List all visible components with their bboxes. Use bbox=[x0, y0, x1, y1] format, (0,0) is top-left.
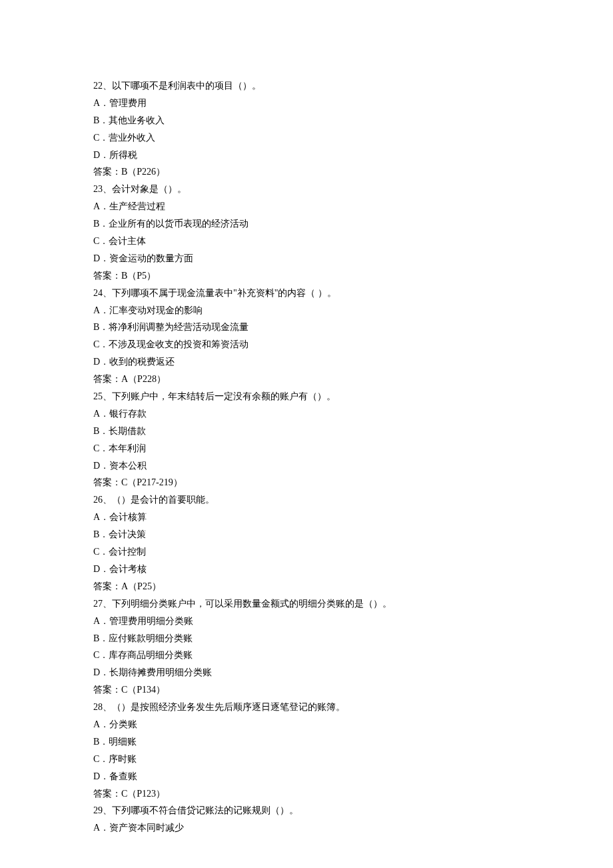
question-answer: 答案：C（P134） bbox=[93, 681, 520, 699]
option-label: C． bbox=[93, 236, 109, 246]
question-stem-text: 、（）是按照经济业务发生先后顺序逐日逐笔登记的账簿。 bbox=[103, 702, 345, 712]
question-option: B．应付账款明细分类账 bbox=[93, 630, 520, 647]
option-text: 管理费用明细分类账 bbox=[109, 616, 193, 626]
option-label: B． bbox=[93, 737, 109, 747]
option-text: 银行存款 bbox=[109, 409, 147, 419]
option-label: D． bbox=[93, 253, 109, 263]
option-text: 备查账 bbox=[109, 771, 137, 781]
option-label: D． bbox=[93, 564, 109, 574]
question-number: 29 bbox=[93, 805, 103, 815]
question-answer: 答案：C（P123） bbox=[93, 785, 520, 803]
option-text: 序时账 bbox=[109, 754, 137, 764]
option-label: B． bbox=[93, 529, 109, 539]
question-stem: 22、以下哪项不是利润表中的项目（）。 bbox=[93, 77, 520, 95]
option-label: D． bbox=[93, 667, 109, 677]
question-answer: 答案：C（P217-219） bbox=[93, 474, 520, 491]
option-text: 应付账款明细分类账 bbox=[109, 633, 193, 643]
question-stem-text: 、下列哪项不符合借贷记账法的记账规则（）。 bbox=[103, 805, 299, 815]
option-label: D． bbox=[93, 461, 109, 471]
question-stem-text: 、下列账户中，年末结转后一定没有余额的账户有（）。 bbox=[103, 391, 336, 401]
option-label: C． bbox=[93, 339, 109, 349]
question-option: B．明细账 bbox=[93, 733, 520, 751]
option-label: A． bbox=[93, 823, 109, 833]
question-option: C．会计控制 bbox=[93, 543, 520, 561]
option-text: 本年利润 bbox=[109, 443, 146, 453]
option-text: 生产经营过程 bbox=[109, 201, 165, 211]
question-option: B．企业所有的以货币表现的经济活动 bbox=[93, 215, 520, 233]
question-number: 27 bbox=[93, 599, 103, 609]
question-option: A．管理费用 bbox=[93, 95, 520, 112]
option-text: 汇率变动对现金的影响 bbox=[109, 305, 203, 315]
question-stem-text: 、会计对象是（）。 bbox=[103, 184, 187, 194]
option-text: 资产资本同时减少 bbox=[109, 823, 184, 833]
option-label: A． bbox=[93, 201, 109, 211]
option-label: A． bbox=[93, 305, 109, 315]
option-text: 不涉及现金收支的投资和筹资活动 bbox=[109, 339, 249, 349]
option-text: 资本公积 bbox=[109, 461, 147, 471]
option-label: D． bbox=[93, 771, 109, 781]
question-option: C．营业外收入 bbox=[93, 129, 520, 147]
option-text: 会计考核 bbox=[109, 564, 147, 574]
question-option: D．长期待摊费用明细分类账 bbox=[93, 664, 520, 681]
option-label: A． bbox=[93, 719, 109, 729]
question-option: D．备查账 bbox=[93, 768, 520, 785]
option-label: D． bbox=[93, 357, 109, 367]
question-stem: 28、（）是按照经济业务发生先后顺序逐日逐笔登记的账簿。 bbox=[93, 699, 520, 716]
question-option: A．管理费用明细分类账 bbox=[93, 613, 520, 630]
question-number: 22 bbox=[93, 81, 103, 91]
option-label: B． bbox=[93, 115, 109, 125]
option-label: C． bbox=[93, 133, 109, 143]
question-stem: 29、下列哪项不符合借贷记账法的记账规则（）。 bbox=[93, 802, 520, 819]
question-option: A．资产资本同时减少 bbox=[93, 819, 520, 837]
question-stem: 25、下列账户中，年末结转后一定没有余额的账户有（）。 bbox=[93, 388, 520, 405]
question-option: B．会计决策 bbox=[93, 526, 520, 543]
option-text: 长期待摊费用明细分类账 bbox=[109, 667, 212, 677]
option-label: C． bbox=[93, 443, 109, 453]
option-label: A． bbox=[93, 512, 109, 522]
question-option: B．长期借款 bbox=[93, 423, 520, 440]
option-label: C． bbox=[93, 754, 109, 764]
question-stem: 24、下列哪项不属于现金流量表中"补充资料"的内容（ ）。 bbox=[93, 285, 520, 302]
option-label: A． bbox=[93, 616, 109, 626]
option-text: 所得税 bbox=[109, 150, 137, 160]
option-label: D． bbox=[93, 150, 109, 160]
option-label: B． bbox=[93, 219, 109, 229]
question-option: C．库存商品明细分类账 bbox=[93, 647, 520, 664]
question-option: C．本年利润 bbox=[93, 440, 520, 457]
option-label: B． bbox=[93, 633, 109, 643]
option-text: 会计核算 bbox=[109, 512, 147, 522]
option-text: 其他业务收入 bbox=[109, 115, 165, 125]
question-stem-text: 、（）是会计的首要职能。 bbox=[103, 495, 215, 505]
option-label: C． bbox=[93, 650, 109, 660]
option-text: 分类账 bbox=[109, 719, 137, 729]
question-option: B．将净利润调整为经营活动现金流量 bbox=[93, 319, 520, 336]
option-text: 收到的税费返还 bbox=[109, 357, 175, 367]
option-text: 企业所有的以货币表现的经济活动 bbox=[109, 219, 249, 229]
question-option: C．不涉及现金收支的投资和筹资活动 bbox=[93, 336, 520, 353]
question-option: D．资本公积 bbox=[93, 457, 520, 475]
option-text: 营业外收入 bbox=[109, 133, 155, 143]
question-stem-text: 、以下哪项不是利润表中的项目（）。 bbox=[103, 81, 261, 91]
question-option: A．分类账 bbox=[93, 716, 520, 733]
question-option: C．序时账 bbox=[93, 751, 520, 768]
option-text: 资金运动的数量方面 bbox=[109, 253, 193, 263]
option-text: 明细账 bbox=[109, 737, 137, 747]
question-number: 23 bbox=[93, 184, 103, 194]
question-stem-text: 、下列哪项不属于现金流量表中"补充资料"的内容（ ）。 bbox=[103, 288, 336, 298]
option-label: C． bbox=[93, 547, 109, 557]
question-number: 26 bbox=[93, 495, 103, 505]
question-answer: 答案：A（P228） bbox=[93, 371, 520, 388]
question-number: 24 bbox=[93, 288, 103, 298]
option-text: 将净利润调整为经营活动现金流量 bbox=[109, 322, 249, 332]
option-text: 会计主体 bbox=[109, 236, 146, 246]
option-text: 库存商品明细分类账 bbox=[109, 650, 193, 660]
question-option: A．会计核算 bbox=[93, 509, 520, 526]
option-text: 会计决策 bbox=[109, 529, 146, 539]
question-stem: 26、（）是会计的首要职能。 bbox=[93, 491, 520, 509]
question-stem-text: 、下列明细分类账户中，可以采用数量金额式的明细分类账的是（）。 bbox=[103, 599, 392, 609]
question-option: C．会计主体 bbox=[93, 233, 520, 250]
question-option: D．资金运动的数量方面 bbox=[93, 250, 520, 267]
option-text: 会计控制 bbox=[109, 547, 146, 557]
question-option: B．其他业务收入 bbox=[93, 112, 520, 129]
question-option: A．生产经营过程 bbox=[93, 198, 520, 215]
